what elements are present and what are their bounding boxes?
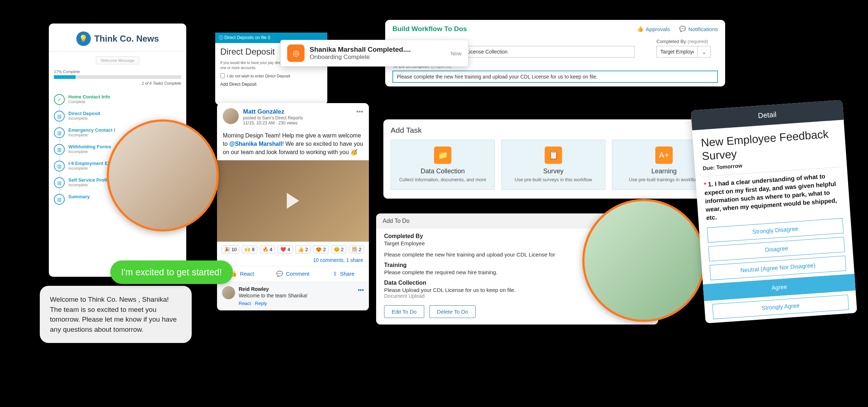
company-title: Think Co. News: [94, 34, 159, 44]
reaction-chip[interactable]: 🙌8: [242, 245, 257, 254]
step-title: Self Service Profile: [68, 177, 111, 183]
required-tag: (required): [688, 39, 708, 44]
react-label: React: [240, 271, 254, 277]
author-avatar[interactable]: [223, 108, 239, 124]
step-status: Incomplete: [68, 116, 100, 120]
workflow-tabs: 👍Approvals 💬Notifications: [637, 26, 718, 32]
step-title: Summary: [68, 194, 90, 199]
step-status: Incomplete: [68, 149, 111, 154]
reaction-count: 2: [359, 247, 361, 252]
card-description: Use pre-built surveys in this workflow: [506, 177, 601, 183]
reaction-count: 8: [252, 247, 254, 252]
reaction-emoji-icon: 🎉: [224, 247, 230, 252]
reply-text: Welcome to the team Shanika!: [239, 292, 307, 298]
step-icon: ▥: [54, 161, 65, 171]
step-status: Incomplete: [68, 133, 115, 137]
reply-avatar[interactable]: [222, 286, 235, 299]
reaction-chip[interactable]: ❤️4: [277, 245, 293, 254]
survey-options: Strongly DisagreeDisagreeNeutral (Agree …: [699, 217, 857, 320]
tab-approvals[interactable]: 👍Approvals: [637, 26, 670, 32]
reaction-chip[interactable]: 🎊2: [349, 245, 364, 254]
step-icon: ▥: [54, 194, 65, 205]
progress-bar: [54, 75, 181, 79]
chat-bubble-welcome: Welcome to Think Co. News , Shanika! The…: [40, 286, 192, 343]
comment-button[interactable]: 💬Comment: [268, 266, 318, 281]
reaction-emoji-icon: ❤️: [280, 247, 286, 252]
check-icon: ✓: [54, 94, 65, 105]
share-button[interactable]: ⇪Share: [318, 266, 369, 281]
tasks-caption: 1 of 6 Tasks Complete: [49, 79, 186, 88]
survey-mobile-panel: Detail New Employee Feedback Survey Due:…: [691, 100, 857, 323]
reaction-emoji-icon: 😍: [316, 247, 322, 252]
step-title: Emergency Contact I: [68, 127, 115, 133]
reaction-emoji-icon: 🙌: [244, 247, 250, 252]
reaction-chip[interactable]: 🔥4: [260, 245, 275, 254]
step-icon: ▥: [54, 111, 65, 122]
toast-subtitle: Onboarding Complete: [310, 54, 411, 61]
workflow-header: Build Workflow To Dos 👍Approvals 💬Notifi…: [385, 20, 725, 37]
post-header: Matt González posted to Sam's Direct Rep…: [217, 103, 369, 128]
workflow-title: Build Workflow To Dos: [392, 25, 467, 33]
todo-description-input[interactable]: [392, 71, 718, 83]
step-title: Direct Deposit: [68, 111, 100, 116]
tab-notifications[interactable]: 💬Notifications: [679, 26, 718, 32]
tab-label: Approvals: [646, 26, 670, 32]
edit-todo-button[interactable]: Edit To Do: [384, 305, 424, 318]
step-icon: ▥: [54, 127, 65, 138]
reaction-chip[interactable]: 😍2: [313, 245, 328, 254]
reaction-emoji-icon: 👍: [298, 247, 304, 252]
comments-count-link[interactable]: 10 comments, 1 share: [217, 257, 369, 266]
reaction-chip[interactable]: 👍2: [295, 245, 311, 254]
step-text: Self Service ProfileIncomplete: [68, 177, 111, 188]
completed-by-select[interactable]: [656, 46, 698, 58]
task-card[interactable]: 📋 Survey Use pre-built surveys in this w…: [501, 140, 605, 190]
card-title: Survey: [506, 168, 601, 175]
thumbs-up-icon: 👍: [637, 26, 644, 32]
post-mention[interactable]: @Shanika Marshall: [229, 141, 282, 147]
reply-author[interactable]: Reid Rowley: [239, 286, 307, 292]
reaction-chip[interactable]: 🎉10: [221, 245, 239, 254]
field-completed-by: Completed By (required) ⌄: [649, 37, 718, 61]
add-deposit-heading: Add Add Direct DepositDirect Deposit: [215, 82, 327, 87]
chevron-down-icon[interactable]: ⌄: [698, 46, 711, 58]
panel-header: 💡 Think Co. News: [49, 24, 186, 51]
post-body: Morning Design Team! Help me give a warm…: [217, 128, 369, 157]
chat-icon: 💬: [679, 26, 686, 32]
delete-todo-button[interactable]: Delete To Do: [429, 305, 476, 318]
task-card[interactable]: 📁 Data Collection Collect information, d…: [391, 140, 495, 190]
reply-actions[interactable]: React · Reply: [239, 298, 307, 306]
reaction-count: 4: [288, 247, 290, 252]
reaction-emoji-icon: 🔥: [263, 247, 268, 252]
author-name[interactable]: Matt González: [243, 108, 303, 115]
company-logo-icon: 💡: [76, 31, 91, 46]
step-text: Direct DepositIncomplete: [68, 111, 100, 122]
checklist-step[interactable]: ✓ Home Contact InfoComplete: [54, 91, 181, 108]
checkbox-input[interactable]: [220, 73, 225, 78]
reaction-count: 4: [270, 247, 272, 252]
reply-more-icon[interactable]: •••: [358, 287, 364, 293]
step-icon: ▥: [54, 177, 65, 188]
notification-toast[interactable]: ◎ Shanika Marshall Completed.... Onboard…: [280, 40, 468, 67]
play-icon: [287, 193, 299, 209]
step-text: Home Contact InfoComplete: [68, 94, 110, 105]
deposit-optout-checkbox[interactable]: I do not wish to enter Direct Deposit: [215, 73, 327, 82]
reaction-count: 2: [341, 247, 344, 252]
folder-icon: 📁: [434, 147, 451, 164]
reaction-chip[interactable]: 😊2: [331, 245, 346, 254]
reaction-count: 2: [305, 247, 308, 252]
post-more-icon[interactable]: •••: [356, 108, 363, 116]
toast-title: Shanika Marshall Completed....: [310, 46, 411, 54]
task-cards-row: 📁 Data Collection Collect information, d…: [391, 140, 716, 190]
reply-comment: Reid Rowley Welcome to the team Shanika!…: [217, 281, 369, 310]
employee-avatar-2: [582, 199, 705, 322]
welcome-message-button[interactable]: Welcome Message: [96, 56, 139, 64]
progress-bar-fill: [54, 75, 76, 79]
card-title: Data Collection: [395, 168, 490, 175]
app-icon: ◎: [287, 44, 305, 62]
toast-time: Now: [451, 50, 461, 56]
reaction-count: 2: [323, 247, 326, 252]
add-task-panel: Add Task 📁 Data Collection Collect infor…: [383, 119, 723, 199]
post-video-thumbnail[interactable]: [217, 160, 369, 242]
post-actions: 👍React 💬Comment ⇪Share: [217, 266, 369, 281]
feed-post-panel: Matt González posted to Sam's Direct Rep…: [217, 103, 369, 310]
